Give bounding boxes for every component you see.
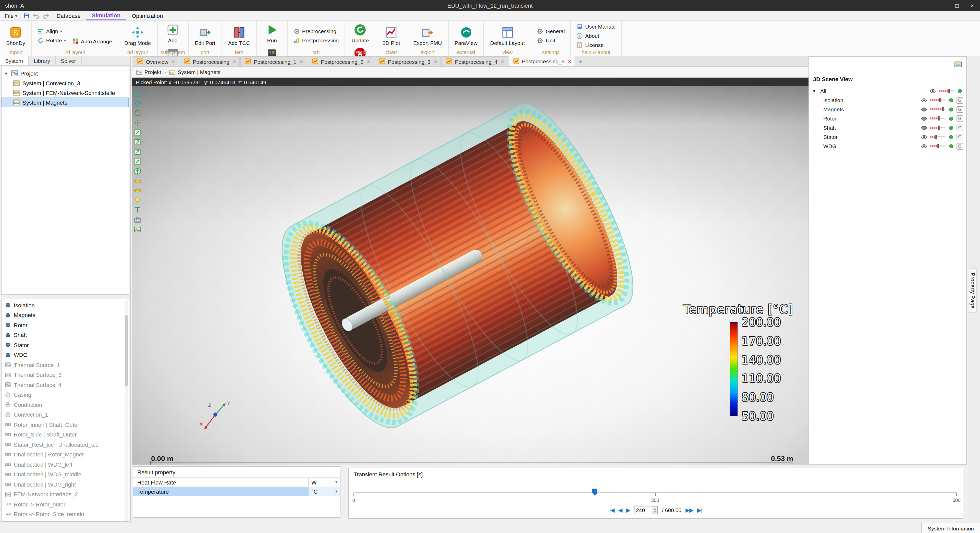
status-dot-icon[interactable] <box>947 143 955 149</box>
camera-settings-button[interactable] <box>133 215 142 224</box>
scene-item-rotor[interactable]: RotorG <box>811 114 963 123</box>
undo-icon[interactable] <box>32 11 41 20</box>
tree-item-system-convection-3[interactable]: System | Convection_3 <box>2 78 129 88</box>
measure-vertical-button[interactable] <box>133 186 142 195</box>
motor-3d-model[interactable] <box>264 82 657 460</box>
tab-postprocessing-2[interactable]: Postprocessing_2× <box>307 56 374 66</box>
tree-item-system-magnets[interactable]: System | Magnets <box>2 97 129 107</box>
text-annotation-button[interactable] <box>133 206 142 215</box>
group-badge[interactable]: G <box>956 124 963 131</box>
opacity-slider-handle[interactable] <box>937 144 939 148</box>
list-item-rotor-rotor-side-remain[interactable]: Rotor -> Rotor_Side_remain <box>2 509 129 519</box>
rotate-camera-button[interactable] <box>133 109 142 118</box>
menu-file[interactable]: File ▾ <box>0 11 22 21</box>
list-item-rotor[interactable]: Rotor <box>2 320 129 330</box>
close-tab-icon[interactable]: × <box>233 59 236 64</box>
status-dot-icon[interactable] <box>947 134 955 140</box>
scrollbar-thumb[interactable] <box>125 315 127 387</box>
add-tab-button[interactable]: + <box>576 57 585 66</box>
view-front-button[interactable] <box>133 128 142 137</box>
default-layout-button[interactable]: Default Layout <box>488 25 527 47</box>
menu-item-optimization[interactable]: Optimization <box>126 11 169 21</box>
scene-item-shaft[interactable]: ShaftG <box>811 123 963 132</box>
panel-tab-solver[interactable]: Solver <box>56 56 82 65</box>
group-badge[interactable]: G <box>956 143 963 150</box>
list-item-rotor-rotor-outer[interactable]: Rotor -> Rotor_outer <box>2 499 129 509</box>
panel-tab-system[interactable]: System <box>0 56 29 65</box>
close-tab-icon[interactable]: × <box>501 59 504 64</box>
paraview-button[interactable]: ParaView <box>452 25 480 47</box>
scene-item-stator[interactable]: StatorG <box>811 132 963 142</box>
property-page-tab[interactable]: Property Page <box>969 268 977 313</box>
result-row-temperature[interactable]: Temperature°C▾ <box>133 487 340 496</box>
measure-horizontal-button[interactable] <box>133 177 142 185</box>
view-left-button[interactable] <box>133 148 142 156</box>
spin-up-icon[interactable]: ▲ <box>652 506 657 510</box>
auto-arrange-button[interactable]: Auto Arrange <box>70 37 115 45</box>
pan-camera-button[interactable] <box>133 118 142 127</box>
list-item-isolation[interactable]: Isolation <box>2 300 129 310</box>
update-button[interactable]: Update <box>348 22 372 45</box>
group-badge[interactable]: G <box>956 134 963 140</box>
opacity-slider-handle[interactable] <box>939 98 941 102</box>
opacity-slider-handle[interactable] <box>938 116 940 121</box>
list-item-magnets[interactable]: Magnets <box>2 310 129 320</box>
view-right-button[interactable] <box>133 157 142 166</box>
fast-forward-button[interactable]: ▶▶ <box>686 507 693 513</box>
list-item-wdg[interactable]: WDG <box>2 350 129 360</box>
view-back-button[interactable] <box>133 138 142 146</box>
view-iso-button[interactable] <box>133 167 142 176</box>
status-dot-icon[interactable] <box>947 125 955 130</box>
save-screenshot-button[interactable] <box>133 225 142 234</box>
close-tab-icon[interactable]: × <box>300 59 303 64</box>
tab-postprocessing[interactable]: Postprocessing× <box>180 56 240 66</box>
save-icon[interactable] <box>22 11 31 20</box>
tree-item-projekt[interactable]: ▾Projekt <box>2 68 129 78</box>
eye-visible-icon[interactable] <box>928 88 937 94</box>
run-button[interactable]: Run <box>260 22 284 45</box>
tab-postprocessing-3[interactable]: Postprocessing_3× <box>375 56 441 66</box>
zoom-region-button[interactable] <box>133 89 142 98</box>
list-item-unallocated-wdg-middle[interactable]: Unallocated | WDG_middle <box>2 469 129 479</box>
maximize-button[interactable]: □ <box>950 0 965 11</box>
skip-to-end-button[interactable]: ▶| <box>697 507 702 513</box>
unit-dropdown[interactable]: °C▾ <box>308 487 340 496</box>
opacity-slider[interactable] <box>930 107 945 112</box>
unit-button[interactable]: Unit <box>535 37 567 44</box>
list-item-conduction[interactable]: Conduction <box>2 400 129 410</box>
opacity-slider-handle[interactable] <box>934 135 936 139</box>
eye-visible-icon[interactable] <box>920 143 928 150</box>
scene-item-isolation[interactable]: IsolationG <box>811 95 963 105</box>
group-badge[interactable]: G <box>956 106 963 113</box>
menu-item-simulation[interactable]: Simulation <box>86 11 126 21</box>
group-badge[interactable]: G <box>956 115 963 122</box>
result-row-heat-flow-rate[interactable]: Heat Flow RateW▾ <box>133 478 340 487</box>
eye-visible-icon[interactable] <box>920 97 928 103</box>
time-slider-handle[interactable] <box>592 488 597 496</box>
scrollbar[interactable] <box>124 300 128 521</box>
opacity-slider[interactable] <box>930 116 945 121</box>
list-item-stator-rest-tcc-unallocated-tcc[interactable]: Stator_Rest_tcc | Unallocated_tcc <box>2 439 129 450</box>
list-item-thermal-surface-3[interactable]: Thermal Surface_3 <box>2 370 129 380</box>
list-item-shaft[interactable]: Shaft <box>2 330 129 340</box>
opacity-slider[interactable] <box>930 125 945 130</box>
panel-tab-library[interactable]: Library <box>29 56 56 65</box>
scene-item-wdg[interactable]: WDGG <box>811 142 963 151</box>
tree-item-system-fem-netzwerk-schnittstelle[interactable]: System | FEM-Netzwerk-Schnittstelle <box>2 88 129 97</box>
close-tab-icon[interactable]: × <box>434 59 437 64</box>
opacity-slider[interactable] <box>930 97 945 103</box>
tab-postprocessing-5[interactable]: Postprocessing_5× <box>509 56 575 66</box>
opacity-slider[interactable] <box>930 134 945 139</box>
shondy-button[interactable]: SShonDy <box>3 25 28 47</box>
menu-item-database[interactable]: Database <box>51 11 86 21</box>
status-dot-icon[interactable] <box>947 107 955 112</box>
eye-hidden-icon[interactable] <box>920 106 928 113</box>
step-back-button[interactable]: ◀ <box>618 507 622 513</box>
list-item-thermal-surface-4[interactable]: Thermal Surface_4 <box>2 380 129 390</box>
align-button[interactable]: Align▾ <box>35 27 68 35</box>
close-tab-icon[interactable]: × <box>367 59 370 64</box>
minimize-button[interactable]: — <box>934 0 950 11</box>
scene-item-magnets[interactable]: MagnetsG <box>811 105 963 114</box>
list-item-unallocated-rotor-magnet[interactable]: Unallocated | Rotor_Magnet <box>2 450 129 460</box>
scene-snapshot-icon[interactable] <box>954 60 962 68</box>
